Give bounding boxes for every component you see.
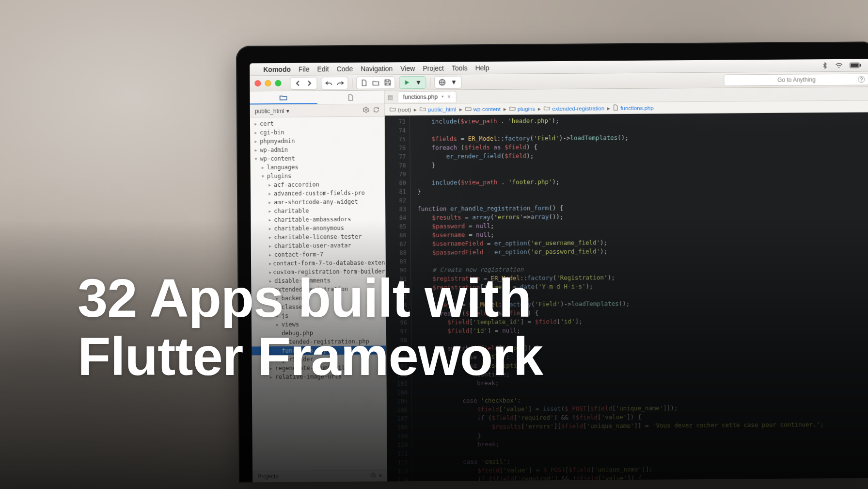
- chevron-right-icon[interactable]: ▸: [254, 146, 259, 154]
- tree-label: charitable: [274, 207, 309, 216]
- breadcrumb-item[interactable]: functions.php: [613, 104, 654, 112]
- chevron-right-icon[interactable]: ▸: [254, 119, 259, 128]
- chevron-right-icon[interactable]: ▸: [268, 250, 273, 259]
- tree-label: contact-form-7-to-database-extension: [273, 258, 387, 268]
- minimize-window-icon[interactable]: [265, 80, 271, 86]
- chevron-right-icon[interactable]: ▸: [268, 259, 272, 268]
- sidebar-tab-places[interactable]: [250, 91, 317, 104]
- tree-folder-languages[interactable]: ▸languages: [251, 162, 385, 172]
- tree-folder-charitable-user-avatar[interactable]: ▸charitable-user-avatar: [251, 241, 385, 250]
- breadcrumb-item[interactable]: wp-content: [465, 106, 500, 113]
- menubar-app-name[interactable]: Komodo: [263, 65, 291, 73]
- tree-folder-acf-accordion[interactable]: ▸acf-accordion: [251, 179, 385, 189]
- chevron-right-icon[interactable]: ▸: [254, 128, 259, 137]
- run-dropdown-icon[interactable]: ▾: [414, 78, 423, 86]
- tree-label: phpmyadmin: [260, 137, 295, 146]
- tree-folder-cert[interactable]: ▸cert: [250, 118, 384, 128]
- tree-folder-charitable-anonymous[interactable]: ▸charitable-anonymous: [251, 223, 385, 233]
- breadcrumb-item[interactable]: plugins: [509, 105, 536, 112]
- battery-icon[interactable]: [850, 62, 861, 68]
- folder-icon: [544, 105, 550, 112]
- chevron-right-icon[interactable]: ▸: [268, 224, 273, 233]
- new-file-icon[interactable]: [360, 78, 368, 87]
- tree-label: acf-accordion: [274, 180, 319, 189]
- menubar-item-code[interactable]: Code: [337, 65, 353, 72]
- breadcrumb-separator-icon: ▸: [504, 105, 506, 112]
- menubar-item-file[interactable]: File: [299, 65, 310, 73]
- chevron-right-icon[interactable]: ▸: [261, 163, 266, 172]
- breadcrumb-item[interactable]: extended-registration: [544, 105, 604, 112]
- nav-back-icon[interactable]: [293, 79, 302, 87]
- close-window-icon[interactable]: [254, 80, 261, 86]
- sidebar-refresh-icon[interactable]: [373, 106, 379, 114]
- breadcrumb-item[interactable]: public_html: [420, 106, 456, 113]
- hero-title: 32 Apps built with Flutter Framework: [78, 269, 543, 386]
- tree-label: contact-form-7: [274, 250, 323, 259]
- chevron-right-icon[interactable]: ▸: [268, 198, 273, 207]
- breadcrumb-separator-icon: ▸: [459, 106, 462, 113]
- menubar-item-edit[interactable]: Edit: [317, 65, 329, 73]
- breadcrumb-item[interactable]: (root): [390, 106, 411, 113]
- play-icon: [402, 78, 411, 87]
- nav-forward-icon[interactable]: [305, 79, 314, 87]
- editor-tab-close-icon[interactable]: ×: [447, 94, 451, 100]
- redo-icon[interactable]: [336, 79, 345, 87]
- tree-folder-cgi-bin[interactable]: ▸cgi-bin: [250, 127, 384, 137]
- sidebar-project-row[interactable]: public_html ▾: [250, 104, 384, 117]
- menubar-item-project[interactable]: Project: [423, 64, 444, 72]
- tab-list-icon[interactable]: ▤: [388, 94, 393, 100]
- editor-tab-active[interactable]: functions.php • ×: [398, 91, 457, 102]
- tree-folder-wp-admin[interactable]: ▸wp-admin: [250, 145, 384, 154]
- browser-dropdown-icon[interactable]: ▾: [449, 78, 458, 86]
- sidebar-projects-gear-icon[interactable]: [370, 472, 376, 479]
- chevron-right-icon[interactable]: ▸: [268, 180, 273, 189]
- run-button[interactable]: ▾: [399, 76, 426, 88]
- zoom-window-icon[interactable]: [275, 80, 281, 86]
- tree-folder-contact-form-7-to-database-extension[interactable]: ▸contact-form-7-to-database-extension: [251, 258, 385, 268]
- search-placeholder: Go to Anything: [777, 76, 816, 83]
- tree-label: wp-admin: [260, 146, 288, 154]
- goto-anything-search[interactable]: Go to Anything ?: [724, 73, 868, 86]
- tree-folder-amr-shortcode-any-widget[interactable]: ▸amr-shortcode-any-widget: [251, 197, 385, 207]
- hero-title-line2: Flutter Framework: [78, 327, 543, 386]
- save-file-icon[interactable]: [383, 78, 392, 87]
- svg-rect-3: [851, 63, 859, 67]
- sidebar-projects-section[interactable]: Projects ▾: [253, 470, 387, 482]
- chevron-down-icon[interactable]: ▾: [254, 154, 259, 163]
- sidebar-tab-files[interactable]: [317, 90, 384, 104]
- file-actions-group: [356, 76, 395, 89]
- svg-point-6: [373, 474, 374, 476]
- tree-folder-charitable[interactable]: ▸charitable: [251, 206, 385, 215]
- chevron-right-icon[interactable]: ▸: [268, 233, 273, 242]
- chevron-right-icon[interactable]: ▸: [268, 215, 273, 224]
- window-controls[interactable]: [254, 80, 281, 86]
- menubar-item-view[interactable]: View: [400, 65, 415, 72]
- chevron-right-icon[interactable]: ▸: [254, 137, 259, 146]
- bluetooth-icon[interactable]: [821, 62, 828, 69]
- nav-history-group: [290, 77, 317, 89]
- search-help-icon[interactable]: ?: [858, 76, 865, 82]
- tree-folder-contact-form-7[interactable]: ▸contact-form-7: [251, 249, 385, 259]
- open-file-icon[interactable]: [371, 78, 380, 87]
- tree-folder-wp-content[interactable]: ▾wp-content: [250, 153, 384, 163]
- menubar-item-help[interactable]: Help: [475, 64, 489, 71]
- tree-folder-plugins[interactable]: ▾plugins: [251, 171, 385, 180]
- browser-preview-button[interactable]: ▾: [434, 76, 461, 88]
- chevron-down-icon[interactable]: ▾: [261, 172, 266, 180]
- tree-folder-phpmyadmin[interactable]: ▸phpmyadmin: [250, 136, 384, 146]
- wifi-icon[interactable]: [835, 62, 843, 68]
- menubar-item-navigation[interactable]: Navigation: [361, 65, 393, 72]
- chevron-right-icon[interactable]: ▸: [268, 207, 273, 215]
- menubar-item-tools[interactable]: Tools: [452, 64, 468, 72]
- tree-folder-charitable-ambassadors[interactable]: ▸charitable-ambassadors: [251, 214, 385, 224]
- svg-point-5: [365, 109, 367, 110]
- undo-icon[interactable]: [324, 79, 333, 87]
- breadcrumb-separator-icon: ▸: [538, 105, 541, 112]
- chevron-right-icon[interactable]: ▸: [268, 189, 273, 198]
- tree-folder-charitable-license-tester[interactable]: ▸charitable-license-tester: [251, 232, 385, 242]
- editor-tab-dirty-icon: •: [442, 94, 443, 100]
- tree-folder-advanced-custom-fields-pro[interactable]: ▸advanced-custom-fields-pro: [251, 188, 385, 198]
- sidebar-project-gear-icon[interactable]: [363, 106, 369, 114]
- chevron-right-icon[interactable]: ▸: [268, 242, 273, 250]
- breadcrumb-separator-icon: ▸: [414, 106, 417, 113]
